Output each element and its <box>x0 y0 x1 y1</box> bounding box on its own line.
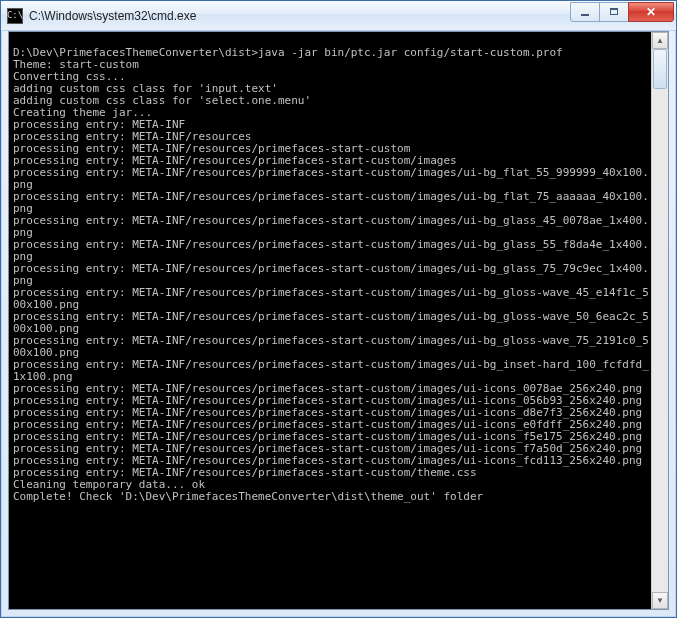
maximize-icon <box>610 8 618 15</box>
minimize-icon <box>581 14 589 16</box>
titlebar[interactable]: C:\ C:\Windows\system32\cmd.exe ✕ <box>1 1 676 31</box>
vertical-scrollbar[interactable]: ▲ ▼ <box>651 32 668 609</box>
cmd-icon-glyph: C:\ <box>7 11 23 20</box>
maximize-button[interactable] <box>599 2 629 22</box>
scroll-track[interactable] <box>652 49 668 592</box>
window-title: C:\Windows\system32\cmd.exe <box>29 9 571 23</box>
scroll-down-button[interactable]: ▼ <box>652 592 668 609</box>
scroll-thumb[interactable] <box>653 49 667 89</box>
window-controls: ✕ <box>571 2 674 22</box>
client-area: D:\Dev\PrimefacesThemeConverter\dist>jav… <box>8 31 669 610</box>
console-output[interactable]: D:\Dev\PrimefacesThemeConverter\dist>jav… <box>9 32 651 609</box>
minimize-button[interactable] <box>570 2 600 22</box>
cmd-icon: C:\ <box>7 8 23 24</box>
close-button[interactable]: ✕ <box>628 2 674 22</box>
close-icon: ✕ <box>646 5 656 19</box>
cmd-window: C:\ C:\Windows\system32\cmd.exe ✕ D:\Dev… <box>0 0 677 618</box>
scroll-up-button[interactable]: ▲ <box>652 32 668 49</box>
